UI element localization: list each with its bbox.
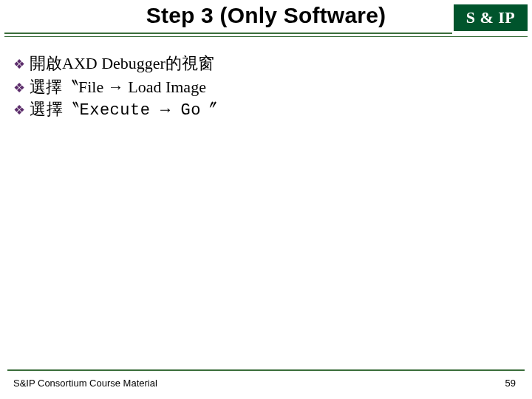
header-rule-thin bbox=[4, 36, 528, 37]
slide-header: Step 3 (Only Software) S & IP bbox=[0, 0, 532, 47]
slide-title: Step 3 (Only Software) bbox=[146, 3, 386, 27]
diamond-bullet-icon: ❖ bbox=[13, 54, 25, 75]
title-container: Step 3 (Only Software) bbox=[0, 3, 532, 28]
brand-logo: S & IP bbox=[454, 4, 528, 31]
bullet-text: 選擇〝Execute → Go〞 bbox=[30, 99, 217, 123]
bullet-text: 選擇〝File → Load Image bbox=[30, 75, 206, 99]
diamond-bullet-icon: ❖ bbox=[13, 78, 25, 99]
header-rule-thick bbox=[4, 33, 452, 34]
page-number: 59 bbox=[505, 378, 516, 389]
bullet-item: ❖ 開啟AXD Debugger的視窗 bbox=[13, 52, 519, 75]
slide-content: ❖ 開啟AXD Debugger的視窗 ❖ 選擇〝File → Load Ima… bbox=[13, 52, 519, 123]
bullet-text: 開啟AXD Debugger的視窗 bbox=[30, 52, 214, 75]
footer-rule bbox=[7, 369, 525, 371]
bullet-item: ❖ 選擇〝Execute → Go〞 bbox=[13, 99, 519, 123]
slide: Step 3 (Only Software) S & IP ❖ 開啟AXD De… bbox=[0, 0, 532, 399]
footer-text: S&IP Consortium Course Material bbox=[13, 378, 157, 389]
bullet-item: ❖ 選擇〝File → Load Image bbox=[13, 75, 519, 99]
diamond-bullet-icon: ❖ bbox=[13, 100, 25, 121]
